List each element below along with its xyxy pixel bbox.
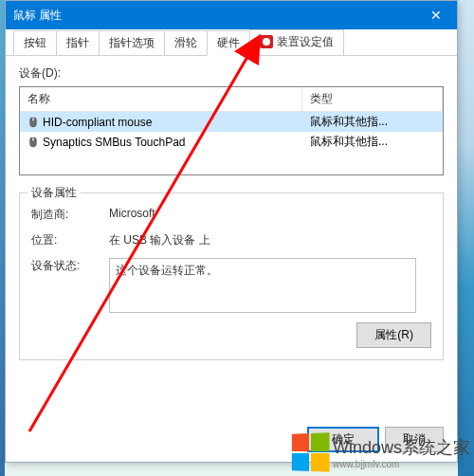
status-textbox: 这个设备运转正常。 [109, 258, 416, 313]
manufacturer-value: Microsoft [109, 207, 155, 220]
watermark: Windows系统之家 www.bjjmlv.com [291, 433, 470, 471]
device-name: Synaptics SMBus TouchPad [43, 136, 186, 149]
device-type: 鼠标和其他指... [302, 112, 443, 132]
background-right-strip [458, 0, 474, 476]
properties-legend: 设备属性 [27, 185, 81, 201]
synaptics-icon [260, 35, 273, 48]
table-header: 名称 类型 [20, 87, 443, 112]
mouse-properties-dialog: 鼠标 属性 ✕ 按钮 指针 指针选项 滑轮 硬件 装置设定值 设备(D): 名称… [5, 0, 458, 463]
mouse-icon [27, 137, 39, 148]
manufacturer-label: 制造商: [31, 207, 109, 223]
mouse-icon [27, 117, 39, 128]
device-name: HID-compliant mouse [43, 116, 152, 129]
titlebar[interactable]: 鼠标 属性 ✕ [6, 1, 457, 29]
table-row[interactable]: Synaptics SMBus TouchPad 鼠标和其他指... [20, 132, 443, 152]
tab-device-settings-label: 装置设定值 [277, 34, 334, 50]
tab-pointers[interactable]: 指针 [56, 30, 100, 55]
windows-logo-icon [292, 432, 330, 471]
tab-pointer-options[interactable]: 指针选项 [99, 30, 165, 55]
location-value: 在 USB 输入设备 上 [109, 232, 210, 248]
tab-content: 设备(D): 名称 类型 HID-compliant mouse 鼠标和其他指.… [6, 56, 457, 374]
window-title: 鼠标 属性 [13, 8, 62, 24]
tab-bar: 按钮 指针 指针选项 滑轮 硬件 装置设定值 [6, 29, 457, 56]
svg-rect-0 [32, 118, 33, 120]
svg-rect-1 [32, 137, 33, 140]
device-table: 名称 类型 HID-compliant mouse 鼠标和其他指... Syna… [19, 86, 444, 175]
device-list-label: 设备(D): [19, 65, 444, 82]
column-header-name[interactable]: 名称 [20, 87, 302, 111]
close-button[interactable]: ✕ [414, 1, 457, 29]
watermark-text: Windows系统之家 [333, 436, 470, 459]
watermark-url: www.bjjmlv.com [333, 459, 470, 469]
device-type: 鼠标和其他指... [302, 132, 443, 152]
status-label: 设备状态: [31, 258, 109, 274]
table-row[interactable]: HID-compliant mouse 鼠标和其他指... [20, 112, 443, 132]
device-properties-group: 设备属性 制造商: Microsoft 位置: 在 USB 输入设备 上 设备状… [19, 192, 444, 360]
tab-wheel[interactable]: 滑轮 [164, 30, 208, 55]
close-icon: ✕ [430, 8, 442, 23]
location-label: 位置: [31, 232, 109, 248]
tab-device-settings[interactable]: 装置设定值 [249, 29, 344, 56]
device-properties-button[interactable]: 属性(R) [356, 322, 431, 348]
tab-hardware[interactable]: 硬件 [207, 30, 250, 56]
column-header-type[interactable]: 类型 [302, 87, 443, 111]
tab-buttons[interactable]: 按钮 [13, 30, 57, 55]
